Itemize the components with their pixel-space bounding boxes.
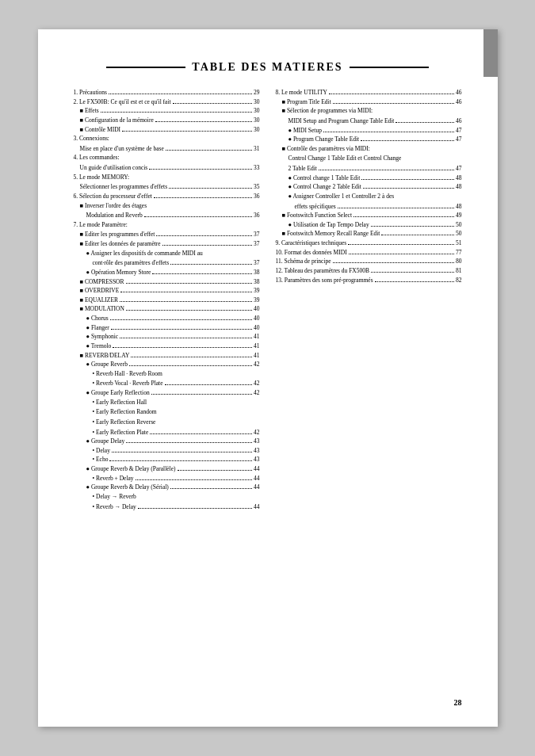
toc-entry: ■ EQUALIZER 39 [74,296,260,305]
toc-page: 37 [254,239,260,249]
toc-text: ● Opération Memory Store [86,268,151,277]
toc-page: 42 [254,360,260,369]
toc-text: ● Symphonic [86,332,119,342]
toc-entry: 6. Sélection du processeur d'effet 36 [74,192,260,201]
toc-entry: • Reverb → Delay 44 [74,502,260,512]
toc-text: ● Control Change 2 Table Edit [289,182,361,192]
toc-page: 46 [456,97,462,107]
toc-text: ● Utilisation de Tap Tempo Delay [289,220,369,230]
toc-entry: effets spécifiques 48 [276,202,462,212]
toc-dots [361,179,454,180]
toc-dots [120,301,252,302]
toc-page: 80 [456,257,462,266]
toc-text: ■ Footswitch Memory Recall Range Edit [282,229,380,239]
toc-dots [120,338,252,338]
toc-entry: ■ Footswitch Function Select 49 [276,211,462,220]
toc-dots [170,488,252,489]
toc-dots [149,169,252,170]
toc-page: 31 [254,144,260,154]
toc-entry: ● Groupe Reverb 42 [74,360,260,369]
toc-page: 43 [254,437,260,446]
toc-text: • Reverb → Delay [93,502,136,512]
toc-text: ● Tremolo [86,342,112,351]
toc-entry: ■ Contrôle des paramètres via MIDI: [276,144,462,154]
toc-entry: ● Chorus 40 [74,314,260,323]
toc-text: ● Groupe Reverb & Delay (Sérial) [86,483,169,492]
toc-page: 51 [456,239,462,248]
toc-text: ● Groupe Reverb [86,360,128,369]
page-title: TABLE DES MATIERES [192,61,342,74]
toc-page: 43 [254,446,260,456]
title-section: TABLE DES MATIERES [74,61,462,74]
toc-entry: ● Groupe Delay 43 [74,437,260,446]
toc-dots [150,433,252,434]
toc-page: 40 [254,304,260,314]
toc-text: 6. Sélection du processeur d'effet [74,192,152,201]
toc-dots [371,272,454,273]
toc-dots [381,235,454,235]
toc-text: ■ Effets [80,106,99,116]
toc-page: 36 [254,211,260,220]
toc-text: ● MIDI Setup [289,126,322,136]
toc-text: ● Flanger [86,323,109,333]
toc-page: 37 [254,258,260,268]
toc-entry: 1. Précautions 29 [74,88,260,97]
toc-page: 49 [456,211,462,220]
toc-page: 47 [456,126,462,136]
toc-text: MIDI Setup and Program Change Table Edit [289,116,395,126]
toc-entry: Mise en place d'un système de base 31 [74,144,260,154]
toc-entry: 7. Le mode Paramètre: [74,220,260,230]
toc-dots [122,131,252,132]
toc-text: ■ REVERB/DELAY [80,351,130,361]
toc-dots [165,384,253,385]
toc-page: 41 [254,351,260,361]
toc-dots [156,235,252,236]
toc-entry: ● Program Change Table Edit 47 [276,135,462,144]
toc-text: • Reverb Vocal · Reverb Plate [93,379,163,388]
toc-page: 37 [254,230,260,239]
toc-entry: • Early Reflection Reverse [74,418,260,427]
toc-text: ● Groupe Reverb & Delay (Parallèle) [86,464,176,474]
toc-entry: Modulation and Reverb 36 [74,211,260,220]
toc-text: ■ Editer les données de paramètre [80,239,161,249]
toc-dots [126,442,252,443]
toc-text: 13. Paramètres des sons pré-programmés [276,276,373,285]
toc-dots [348,244,454,245]
toc-dots [126,283,252,284]
toc-dots [129,365,252,366]
toc-page: 50 [456,229,462,239]
toc-entry: ■ Editer les données de paramètre 37 [74,239,260,249]
toc-dots [113,347,252,348]
toc-text: ■ Contrôle MIDI [80,125,121,135]
toc-page: 44 [254,474,260,483]
toc-entry: ● Opération Memory Store 38 [74,268,260,277]
toc-entry: ● Flanger 40 [74,323,260,333]
toc-entry: • Delay 43 [74,446,260,456]
toc-entry: ■ Editer les programmes d'effet 37 [74,230,260,239]
toc-dots [151,394,252,395]
toc-entry: Sélectionner les programmes d'effets 35 [74,182,260,192]
toc-dots [111,329,252,330]
toc-text: 9. Caractéristiques techniques [276,239,347,248]
toc-entry: cont·rôle des paramètres d'effets 37 [74,258,260,268]
toc-page: 40 [254,314,260,323]
toc-dots [166,150,252,151]
title-rule-left [106,67,185,68]
toc-entry: 8. Le mode UTILITY 46 [276,88,462,97]
toc-text: ■ Footswitch Function Select [282,211,352,220]
toc-dots [109,460,252,461]
toc-dots [162,245,252,246]
left-column: 1. Précautions 292. Le FX500B: Ce qu'il … [74,88,260,511]
page-corner-decoration [483,29,498,77]
toc-entry: • Early Reflection Random [74,407,260,417]
toc-page: 42 [254,428,260,437]
toc-text: 12. Tableau des paramètres du FX500B [276,266,369,276]
toc-dots [126,310,252,311]
toc-entry: ● MIDI Setup 47 [276,126,462,136]
toc-dots [375,281,454,282]
toc-dots [333,262,454,263]
toc-entry: • Early Reflection Plate 42 [74,428,260,437]
title-line: TABLE DES MATIERES [74,61,462,74]
toc-dots [329,94,454,94]
toc-entry: ● Groupe Early Reflection 42 [74,388,260,398]
